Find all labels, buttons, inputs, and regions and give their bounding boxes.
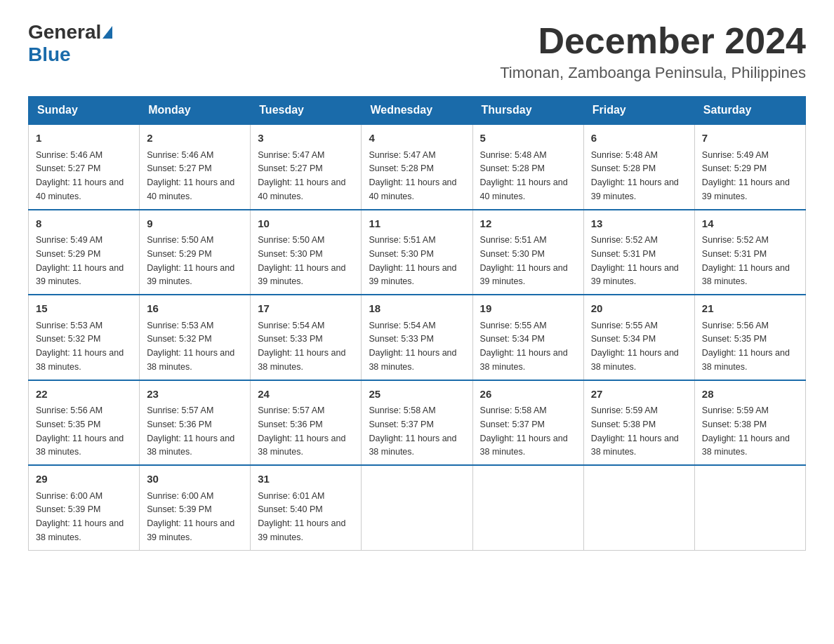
day-info: Sunrise: 5:56 AMSunset: 5:35 PMDaylight:…	[36, 405, 124, 457]
calendar-week-row-2: 8 Sunrise: 5:49 AMSunset: 5:29 PMDayligh…	[29, 210, 806, 295]
calendar-week-row-5: 29 Sunrise: 6:00 AMSunset: 5:39 PMDaylig…	[29, 465, 806, 550]
calendar-cell: 22 Sunrise: 5:56 AMSunset: 5:35 PMDaylig…	[29, 380, 140, 466]
day-number: 10	[258, 216, 354, 232]
day-number: 17	[258, 301, 354, 317]
calendar-cell: 19 Sunrise: 5:55 AMSunset: 5:34 PMDaylig…	[472, 295, 583, 380]
day-number: 19	[480, 301, 576, 317]
calendar-week-row-4: 22 Sunrise: 5:56 AMSunset: 5:35 PMDaylig…	[29, 380, 806, 466]
logo-general-text: General	[28, 21, 101, 43]
day-info: Sunrise: 5:57 AMSunset: 5:36 PMDaylight:…	[147, 405, 234, 457]
day-number: 11	[369, 216, 465, 232]
day-info: Sunrise: 5:58 AMSunset: 5:37 PMDaylight:…	[480, 405, 568, 457]
day-info: Sunrise: 5:57 AMSunset: 5:36 PMDaylight:…	[258, 405, 345, 457]
day-number: 20	[591, 301, 687, 317]
calendar-cell: 4 Sunrise: 5:47 AMSunset: 5:28 PMDayligh…	[362, 124, 472, 210]
calendar-cell: 11 Sunrise: 5:51 AMSunset: 5:30 PMDaylig…	[362, 210, 472, 295]
calendar-cell: 20 Sunrise: 5:55 AMSunset: 5:34 PMDaylig…	[583, 295, 694, 380]
calendar-cell: 17 Sunrise: 5:54 AMSunset: 5:33 PMDaylig…	[251, 295, 362, 380]
calendar-week-row-3: 15 Sunrise: 5:53 AMSunset: 5:32 PMDaylig…	[29, 295, 806, 380]
calendar-cell	[362, 465, 472, 550]
month-title: December 2024	[500, 21, 806, 61]
day-number: 25	[369, 387, 465, 403]
day-number: 27	[591, 387, 687, 403]
day-info: Sunrise: 5:46 AMSunset: 5:27 PMDaylight:…	[36, 150, 124, 201]
day-info: Sunrise: 5:59 AMSunset: 5:38 PMDaylight:…	[591, 405, 679, 457]
calendar-cell: 8 Sunrise: 5:49 AMSunset: 5:29 PMDayligh…	[29, 210, 140, 295]
day-number: 14	[702, 216, 798, 232]
day-info: Sunrise: 6:01 AMSunset: 5:40 PMDaylight:…	[258, 491, 345, 542]
day-info: Sunrise: 5:50 AMSunset: 5:30 PMDaylight:…	[258, 235, 345, 286]
calendar-cell	[694, 465, 805, 550]
day-number: 2	[147, 130, 243, 147]
calendar-cell: 2 Sunrise: 5:46 AMSunset: 5:27 PMDayligh…	[140, 124, 251, 210]
day-number: 18	[369, 301, 465, 317]
calendar-cell: 25 Sunrise: 5:58 AMSunset: 5:37 PMDaylig…	[362, 380, 472, 466]
day-number: 15	[36, 301, 132, 317]
day-info: Sunrise: 5:47 AMSunset: 5:27 PMDaylight:…	[258, 150, 345, 201]
day-info: Sunrise: 5:53 AMSunset: 5:32 PMDaylight:…	[36, 321, 124, 372]
day-number: 8	[36, 216, 132, 232]
calendar-cell: 1 Sunrise: 5:46 AMSunset: 5:27 PMDayligh…	[29, 124, 140, 210]
day-number: 24	[258, 387, 354, 403]
calendar-cell: 31 Sunrise: 6:01 AMSunset: 5:40 PMDaylig…	[251, 465, 362, 550]
calendar-header-saturday: Saturday	[694, 97, 805, 125]
header: General Blue December 2024 Timonan, Zamb…	[28, 21, 806, 82]
day-info: Sunrise: 5:55 AMSunset: 5:34 PMDaylight:…	[480, 321, 568, 372]
calendar-cell: 29 Sunrise: 6:00 AMSunset: 5:39 PMDaylig…	[29, 465, 140, 550]
logo-triangle-icon	[102, 26, 112, 39]
day-info: Sunrise: 5:51 AMSunset: 5:30 PMDaylight:…	[480, 235, 568, 286]
calendar-cell: 21 Sunrise: 5:56 AMSunset: 5:35 PMDaylig…	[694, 295, 805, 380]
day-number: 13	[591, 216, 687, 232]
calendar-cell: 15 Sunrise: 5:53 AMSunset: 5:32 PMDaylig…	[29, 295, 140, 380]
day-info: Sunrise: 5:53 AMSunset: 5:32 PMDaylight:…	[147, 321, 234, 372]
calendar-cell: 12 Sunrise: 5:51 AMSunset: 5:30 PMDaylig…	[472, 210, 583, 295]
day-info: Sunrise: 5:48 AMSunset: 5:28 PMDaylight:…	[480, 150, 568, 201]
day-info: Sunrise: 5:48 AMSunset: 5:28 PMDaylight:…	[591, 150, 679, 201]
calendar-cell: 26 Sunrise: 5:58 AMSunset: 5:37 PMDaylig…	[472, 380, 583, 466]
day-info: Sunrise: 5:49 AMSunset: 5:29 PMDaylight:…	[702, 150, 790, 201]
day-number: 5	[480, 130, 576, 147]
day-number: 12	[480, 216, 576, 232]
day-info: Sunrise: 5:51 AMSunset: 5:30 PMDaylight:…	[369, 235, 456, 286]
calendar-header-monday: Monday	[140, 97, 251, 125]
day-number: 3	[258, 130, 354, 147]
day-number: 23	[147, 387, 243, 403]
day-number: 28	[702, 387, 798, 403]
calendar-cell: 5 Sunrise: 5:48 AMSunset: 5:28 PMDayligh…	[472, 124, 583, 210]
calendar-header-tuesday: Tuesday	[251, 97, 362, 125]
day-number: 7	[702, 130, 798, 147]
calendar-cell: 18 Sunrise: 5:54 AMSunset: 5:33 PMDaylig…	[362, 295, 472, 380]
day-info: Sunrise: 5:49 AMSunset: 5:29 PMDaylight:…	[36, 235, 124, 286]
calendar-cell: 30 Sunrise: 6:00 AMSunset: 5:39 PMDaylig…	[140, 465, 251, 550]
calendar-cell: 28 Sunrise: 5:59 AMSunset: 5:38 PMDaylig…	[694, 380, 805, 466]
day-info: Sunrise: 5:54 AMSunset: 5:33 PMDaylight:…	[369, 321, 456, 372]
calendar-cell: 10 Sunrise: 5:50 AMSunset: 5:30 PMDaylig…	[251, 210, 362, 295]
calendar-week-row-1: 1 Sunrise: 5:46 AMSunset: 5:27 PMDayligh…	[29, 124, 806, 210]
calendar-cell: 9 Sunrise: 5:50 AMSunset: 5:29 PMDayligh…	[140, 210, 251, 295]
day-info: Sunrise: 6:00 AMSunset: 5:39 PMDaylight:…	[147, 491, 234, 542]
day-info: Sunrise: 5:54 AMSunset: 5:33 PMDaylight:…	[258, 321, 345, 372]
day-number: 1	[36, 130, 132, 147]
day-number: 29	[36, 471, 132, 488]
calendar-header-sunday: Sunday	[29, 97, 140, 125]
calendar-cell: 24 Sunrise: 5:57 AMSunset: 5:36 PMDaylig…	[251, 380, 362, 466]
calendar-cell: 27 Sunrise: 5:59 AMSunset: 5:38 PMDaylig…	[583, 380, 694, 466]
title-area: December 2024 Timonan, Zamboanga Peninsu…	[500, 21, 806, 82]
calendar-cell: 3 Sunrise: 5:47 AMSunset: 5:27 PMDayligh…	[251, 124, 362, 210]
calendar-cell: 13 Sunrise: 5:52 AMSunset: 5:31 PMDaylig…	[583, 210, 694, 295]
calendar-table: SundayMondayTuesdayWednesdayThursdayFrid…	[28, 96, 806, 551]
day-number: 22	[36, 387, 132, 403]
day-info: Sunrise: 5:52 AMSunset: 5:31 PMDaylight:…	[591, 235, 679, 286]
location-title: Timonan, Zamboanga Peninsula, Philippine…	[500, 64, 806, 82]
day-info: Sunrise: 5:50 AMSunset: 5:29 PMDaylight:…	[147, 235, 234, 286]
day-number: 30	[147, 471, 243, 488]
day-number: 9	[147, 216, 243, 232]
day-info: Sunrise: 5:58 AMSunset: 5:37 PMDaylight:…	[369, 405, 456, 457]
calendar-cell: 16 Sunrise: 5:53 AMSunset: 5:32 PMDaylig…	[140, 295, 251, 380]
day-info: Sunrise: 5:59 AMSunset: 5:38 PMDaylight:…	[702, 405, 790, 457]
calendar-cell	[472, 465, 583, 550]
logo-blue-text: Blue	[28, 43, 71, 65]
day-number: 31	[258, 471, 354, 488]
calendar-header-thursday: Thursday	[472, 97, 583, 125]
day-number: 6	[591, 130, 687, 147]
